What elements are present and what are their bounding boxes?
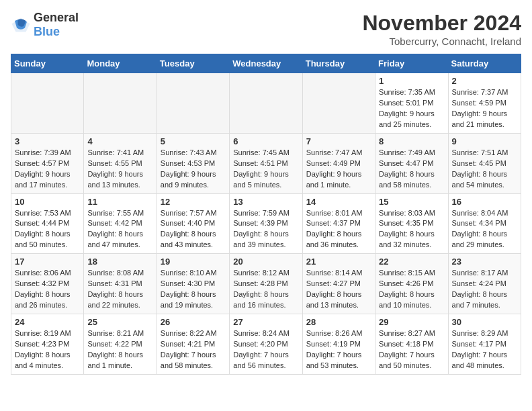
day-info: Sunrise: 8:22 AM Sunset: 4:21 PM Dayligh… [161,328,226,371]
calendar-table: SundayMondayTuesdayWednesdayThursdayFrid… [11,54,521,375]
day-cell: 19Sunrise: 8:10 AM Sunset: 4:30 PM Dayli… [157,254,229,314]
day-number: 17 [15,257,80,267]
day-info: Sunrise: 8:29 AM Sunset: 4:17 PM Dayligh… [452,328,517,371]
logo-blue-text: Blue [34,25,60,38]
week-row-3: 10Sunrise: 7:53 AM Sunset: 4:44 PM Dayli… [11,193,521,254]
day-info: Sunrise: 7:45 AM Sunset: 4:51 PM Dayligh… [233,148,298,191]
week-row-1: 1Sunrise: 7:35 AM Sunset: 5:01 PM Daylig… [11,73,521,134]
day-cell: 29Sunrise: 8:27 AM Sunset: 4:18 PM Dayli… [375,314,448,375]
day-cell: 24Sunrise: 8:19 AM Sunset: 4:23 PM Dayli… [11,314,84,375]
day-number: 13 [233,197,298,207]
col-header-tuesday: Tuesday [157,54,229,73]
day-cell: 4Sunrise: 7:41 AM Sunset: 4:55 PM Daylig… [84,133,157,193]
day-cell: 30Sunrise: 8:29 AM Sunset: 4:17 PM Dayli… [448,314,521,375]
day-cell: 3Sunrise: 7:39 AM Sunset: 4:57 PM Daylig… [11,133,84,193]
col-header-sunday: Sunday [11,54,84,73]
day-number: 16 [452,197,517,207]
day-info: Sunrise: 7:41 AM Sunset: 4:55 PM Dayligh… [87,148,152,191]
day-number: 6 [233,136,298,146]
day-info: Sunrise: 8:03 AM Sunset: 4:35 PM Dayligh… [379,208,444,251]
day-info: Sunrise: 8:26 AM Sunset: 4:19 PM Dayligh… [306,328,371,371]
day-info: Sunrise: 8:12 AM Sunset: 4:28 PM Dayligh… [233,268,298,311]
day-cell: 7Sunrise: 7:47 AM Sunset: 4:49 PM Daylig… [302,133,375,193]
day-number: 19 [161,257,226,267]
day-info: Sunrise: 7:49 AM Sunset: 4:47 PM Dayligh… [379,148,444,191]
day-cell: 17Sunrise: 8:06 AM Sunset: 4:32 PM Dayli… [11,254,84,314]
logo-icon [11,17,31,33]
day-info: Sunrise: 8:04 AM Sunset: 4:34 PM Dayligh… [452,208,517,251]
day-cell: 16Sunrise: 8:04 AM Sunset: 4:34 PM Dayli… [448,193,521,254]
day-number: 26 [161,317,226,327]
day-cell: 9Sunrise: 7:51 AM Sunset: 4:45 PM Daylig… [448,133,521,193]
day-number: 1 [379,76,444,86]
day-number: 8 [379,136,444,146]
day-cell: 8Sunrise: 7:49 AM Sunset: 4:47 PM Daylig… [375,133,448,193]
day-cell [11,73,84,134]
day-info: Sunrise: 7:47 AM Sunset: 4:49 PM Dayligh… [306,148,371,191]
title-area: November 2024 Tobercurry, Connacht, Irel… [362,11,521,47]
col-header-monday: Monday [84,54,157,73]
day-info: Sunrise: 8:01 AM Sunset: 4:37 PM Dayligh… [306,208,371,251]
day-cell: 20Sunrise: 8:12 AM Sunset: 4:28 PM Dayli… [230,254,302,314]
day-cell: 6Sunrise: 7:45 AM Sunset: 4:51 PM Daylig… [230,133,302,193]
day-cell: 22Sunrise: 8:15 AM Sunset: 4:26 PM Dayli… [375,254,448,314]
day-info: Sunrise: 8:24 AM Sunset: 4:20 PM Dayligh… [233,328,298,371]
day-number: 4 [87,136,152,146]
day-number: 18 [87,257,152,267]
day-info: Sunrise: 7:35 AM Sunset: 5:01 PM Dayligh… [379,87,444,130]
day-number: 30 [452,317,517,327]
header: General Blue November 2024 Tobercurry, C… [11,11,521,47]
location-subtitle: Tobercurry, Connacht, Ireland [362,36,521,47]
day-cell: 2Sunrise: 7:37 AM Sunset: 4:59 PM Daylig… [448,73,521,134]
day-info: Sunrise: 8:17 AM Sunset: 4:24 PM Dayligh… [452,268,517,311]
day-number: 5 [161,136,226,146]
day-number: 7 [306,136,371,146]
day-info: Sunrise: 8:08 AM Sunset: 4:31 PM Dayligh… [87,268,152,311]
day-info: Sunrise: 8:15 AM Sunset: 4:26 PM Dayligh… [379,268,444,311]
day-cell: 21Sunrise: 8:14 AM Sunset: 4:27 PM Dayli… [302,254,375,314]
week-row-5: 24Sunrise: 8:19 AM Sunset: 4:23 PM Dayli… [11,314,521,375]
day-cell [157,73,229,134]
week-row-4: 17Sunrise: 8:06 AM Sunset: 4:32 PM Dayli… [11,254,521,314]
day-cell: 1Sunrise: 7:35 AM Sunset: 5:01 PM Daylig… [375,73,448,134]
day-number: 12 [161,197,226,207]
day-cell: 27Sunrise: 8:24 AM Sunset: 4:20 PM Dayli… [230,314,302,375]
day-number: 27 [233,317,298,327]
day-info: Sunrise: 7:57 AM Sunset: 4:40 PM Dayligh… [161,208,226,251]
day-cell: 12Sunrise: 7:57 AM Sunset: 4:40 PM Dayli… [157,193,229,254]
day-number: 24 [15,317,80,327]
day-number: 20 [233,257,298,267]
day-info: Sunrise: 7:53 AM Sunset: 4:44 PM Dayligh… [15,208,80,251]
logo: General Blue [11,11,79,39]
day-cell [84,73,157,134]
day-number: 11 [87,197,152,207]
day-number: 28 [306,317,371,327]
day-number: 3 [15,136,80,146]
day-cell: 18Sunrise: 8:08 AM Sunset: 4:31 PM Dayli… [84,254,157,314]
day-number: 22 [379,257,444,267]
col-header-thursday: Thursday [302,54,375,73]
day-info: Sunrise: 8:19 AM Sunset: 4:23 PM Dayligh… [15,328,80,371]
day-info: Sunrise: 7:59 AM Sunset: 4:39 PM Dayligh… [233,208,298,251]
day-info: Sunrise: 7:51 AM Sunset: 4:45 PM Dayligh… [452,148,517,191]
day-info: Sunrise: 8:21 AM Sunset: 4:22 PM Dayligh… [87,328,152,371]
day-info: Sunrise: 7:37 AM Sunset: 4:59 PM Dayligh… [452,87,517,130]
col-header-wednesday: Wednesday [230,54,302,73]
day-info: Sunrise: 7:43 AM Sunset: 4:53 PM Dayligh… [161,148,226,191]
day-number: 23 [452,257,517,267]
day-info: Sunrise: 8:14 AM Sunset: 4:27 PM Dayligh… [306,268,371,311]
day-number: 9 [452,136,517,146]
day-info: Sunrise: 8:10 AM Sunset: 4:30 PM Dayligh… [161,268,226,311]
day-number: 25 [87,317,152,327]
day-cell: 25Sunrise: 8:21 AM Sunset: 4:22 PM Dayli… [84,314,157,375]
day-info: Sunrise: 8:06 AM Sunset: 4:32 PM Dayligh… [15,268,80,311]
day-number: 29 [379,317,444,327]
day-info: Sunrise: 8:27 AM Sunset: 4:18 PM Dayligh… [379,328,444,371]
day-info: Sunrise: 7:39 AM Sunset: 4:57 PM Dayligh… [15,148,80,191]
day-number: 2 [452,76,517,86]
day-cell: 26Sunrise: 8:22 AM Sunset: 4:21 PM Dayli… [157,314,229,375]
day-cell: 28Sunrise: 8:26 AM Sunset: 4:19 PM Dayli… [302,314,375,375]
day-cell: 5Sunrise: 7:43 AM Sunset: 4:53 PM Daylig… [157,133,229,193]
col-header-friday: Friday [375,54,448,73]
day-number: 15 [379,197,444,207]
